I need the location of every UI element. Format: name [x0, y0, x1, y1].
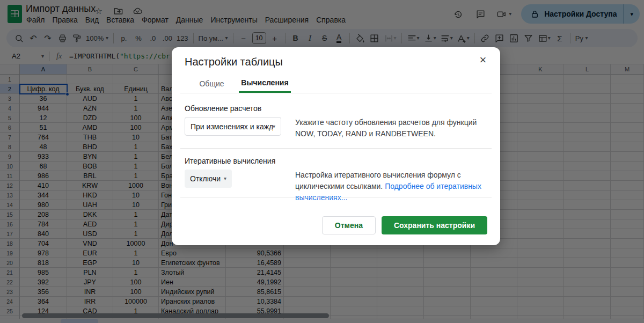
google-sheets-window: Импорт данных ☆ ФайлПравкаВидВставкаФорм… [0, 0, 644, 323]
settings-dialog: Настройки таблицы × Общие Вычисления Обн… [172, 47, 500, 245]
section-divider-2 [180, 197, 492, 197]
cancel-button[interactable]: Отмена [322, 216, 376, 234]
iterative-calc-help-text: Настройка итеративного вычисления формул… [295, 170, 495, 203]
dialog-title: Настройки таблицы [185, 56, 283, 68]
save-settings-button[interactable]: Сохранить настройки [382, 216, 487, 234]
iterative-calc-label: Итеративные вычисления [185, 157, 275, 165]
recalculation-dropdown-caret-icon: ▾ [273, 124, 275, 129]
section-divider-1 [180, 148, 492, 149]
iterative-calc-dropdown[interactable]: Отключить ▾ [185, 170, 232, 188]
recalculation-dropdown[interactable]: При изменениях и кажд... ▾ [185, 117, 281, 136]
tabs-divider [180, 93, 492, 93]
iterative-calc-dropdown-caret-icon: ▾ [224, 176, 226, 181]
tab-calculation[interactable]: Вычисления [239, 74, 291, 93]
close-icon[interactable]: × [475, 53, 491, 68]
recalculation-help-text: Укажите частоту обновления расчетов для … [295, 117, 495, 140]
tab-general[interactable]: Общие [185, 74, 239, 93]
dialog-tabs: Общие Вычисления [185, 74, 291, 93]
recalculation-label: Обновление расчетов [185, 104, 261, 113]
